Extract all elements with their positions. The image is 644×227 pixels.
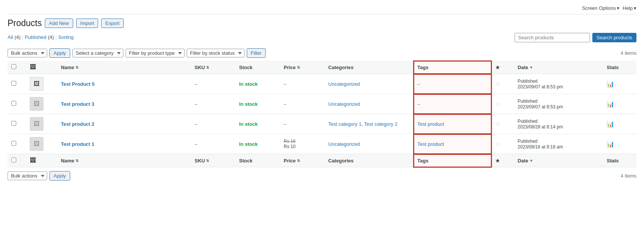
tablenav-bottom: Bulk actions Apply 4 items [8, 171, 636, 181]
row3-name: Test product 2 [57, 114, 191, 134]
row4-stats: 📊 [603, 134, 636, 154]
date-sort-link[interactable]: Date ▼ [518, 65, 533, 70]
date-sort-icon: ▼ [529, 65, 533, 69]
row4-product-link[interactable]: Test product 1 [61, 141, 94, 147]
footer-checkbox [8, 154, 26, 167]
sku-sort-icon: ⇅ [206, 65, 209, 69]
select-all-checkbox-bottom[interactable] [11, 158, 16, 162]
row2-date: Published2023/09/07 at 8:53 pm [514, 94, 603, 114]
search-area: Search products [515, 33, 636, 42]
row1-stock: In stock [235, 74, 280, 94]
apply-button-bottom[interactable]: Apply [49, 171, 70, 181]
filter-button[interactable]: Filter [247, 48, 266, 58]
row3-date: Published2023/08/28 at 8:14 pm [514, 114, 603, 134]
header-checkbox [8, 61, 26, 74]
footer-tags: Tags [413, 154, 492, 167]
search-input[interactable] [515, 33, 590, 42]
price-sort-link[interactable]: Price ⇅ [284, 65, 300, 70]
row2-categories: Uncategorized [324, 94, 413, 114]
row3-stats: 📊 [603, 114, 636, 134]
footer-stats: Stats [603, 154, 636, 167]
row4-cat-link[interactable]: Uncategorized [328, 141, 360, 147]
tablenav-top: Bulk actions Apply Select a category Fil… [8, 48, 636, 58]
row3-thumbnail: 🖼 [30, 117, 43, 131]
row4-price: Rs 16 Rs 10 [280, 134, 324, 154]
row1-star-icon[interactable]: ☆ [495, 81, 501, 87]
select-all-checkbox-top[interactable] [11, 64, 16, 69]
header-date: Date ▼ [514, 61, 603, 74]
row3-checkbox [8, 114, 26, 134]
row4-tag-link[interactable]: Test product [417, 141, 444, 147]
header-price: Price ⇅ [280, 61, 324, 74]
table-row: 🖼 Test product 1 – In stock Rs 16 Rs 10 … [8, 134, 636, 154]
bulk-actions-select-bottom[interactable]: Bulk actions [8, 171, 47, 180]
row3-product-link[interactable]: Test product 2 [61, 121, 94, 127]
row2-cat-link[interactable]: Uncategorized [328, 101, 360, 107]
footer-stock: Stock [235, 154, 280, 167]
apply-button-top[interactable]: Apply [49, 48, 70, 58]
stock-status-filter[interactable]: Filter by stock status [187, 49, 244, 57]
row3-check[interactable] [11, 121, 16, 126]
row4-check[interactable] [11, 141, 16, 146]
category-filter[interactable]: Select a category [72, 49, 123, 57]
sorting-link[interactable]: Sorting [58, 34, 74, 40]
add-new-button[interactable]: Add New [45, 19, 73, 28]
row4-image: 🖼 [26, 134, 57, 154]
row2-check[interactable] [11, 101, 16, 106]
import-button[interactable]: Import [76, 19, 98, 28]
footer-price-sort[interactable]: Price ⇅ [284, 158, 300, 164]
footer-name-sort[interactable]: Name ⇅ [61, 158, 78, 164]
row2-stats-icon[interactable]: 📊 [607, 101, 614, 107]
row1-check[interactable] [11, 81, 16, 86]
row1-stats-icon[interactable]: 📊 [607, 81, 614, 87]
footer-categories: Categories [324, 154, 413, 167]
screen-options-button[interactable]: Screen Options ▾ [582, 5, 620, 11]
sku-sort-link[interactable]: SKU ⇅ [195, 65, 209, 70]
footer-price: Price ⇅ [280, 154, 324, 167]
row1-featured: ☆ [492, 74, 514, 94]
table-row: 🖼 Test Product 5 – In stock – Uncategori… [8, 74, 636, 94]
row3-tag-link[interactable]: Test product [417, 121, 444, 127]
row2-image: 🖼 [26, 94, 57, 114]
row1-checkbox [8, 74, 26, 94]
help-button[interactable]: Help ▾ [622, 5, 636, 11]
row1-thumbnail: 🖼 [30, 77, 43, 91]
row3-cat1-link[interactable]: Test category 1 [328, 121, 361, 127]
row3-star-icon[interactable]: ☆ [495, 121, 501, 127]
row2-name: Test product 3 [57, 94, 191, 114]
header-tags: Tags [413, 61, 492, 74]
footer-sku-sort[interactable]: SKU ⇅ [195, 158, 209, 164]
bulk-actions-select-top[interactable]: Bulk actions [8, 49, 47, 57]
row4-thumbnail: 🖼 [30, 137, 43, 151]
row1-product-link[interactable]: Test Product 5 [61, 81, 94, 87]
row2-star-icon[interactable]: ☆ [495, 101, 501, 107]
row1-cat-link[interactable]: Uncategorized [328, 81, 360, 87]
name-sort-icon: ⇅ [75, 65, 78, 69]
row3-stats-icon[interactable]: 📊 [607, 121, 614, 127]
row2-stock: In stock [235, 94, 280, 114]
product-type-filter[interactable]: Filter by product type [126, 49, 184, 57]
footer-date-sort[interactable]: Date ▼ [518, 158, 533, 164]
footer-date: Date ▼ [514, 154, 603, 167]
item-count-bottom: 4 items [621, 173, 636, 179]
filter-links: All (4) | Published (4) | Sorting [8, 34, 74, 40]
export-button[interactable]: Export [101, 19, 124, 28]
page-title: Products [8, 18, 42, 28]
row4-name: Test product 1 [57, 134, 191, 154]
table-row: 🖼 Test product 2 – In stock – Test categ… [8, 114, 636, 134]
published-link[interactable]: Published [25, 34, 46, 40]
search-button[interactable]: Search products [592, 33, 636, 42]
header-stats: Stats [603, 61, 636, 74]
all-link[interactable]: All [8, 34, 13, 40]
row3-cat2-link[interactable]: Test category 2 [364, 121, 397, 127]
row4-stats-icon[interactable]: 📊 [607, 141, 614, 147]
row2-product-link[interactable]: Test product 3 [61, 101, 94, 107]
footer-image: 🖼 [26, 154, 57, 167]
row2-checkbox [8, 94, 26, 114]
row3-stock: In stock [235, 114, 280, 134]
row4-star-icon[interactable]: ☆ [495, 141, 501, 147]
help-chevron: ▾ [634, 5, 636, 11]
name-sort-link[interactable]: Name ⇅ [61, 65, 78, 70]
row1-date: Published2023/09/07 at 8:53 pm [514, 74, 603, 94]
header-name: Name ⇅ [57, 61, 191, 74]
